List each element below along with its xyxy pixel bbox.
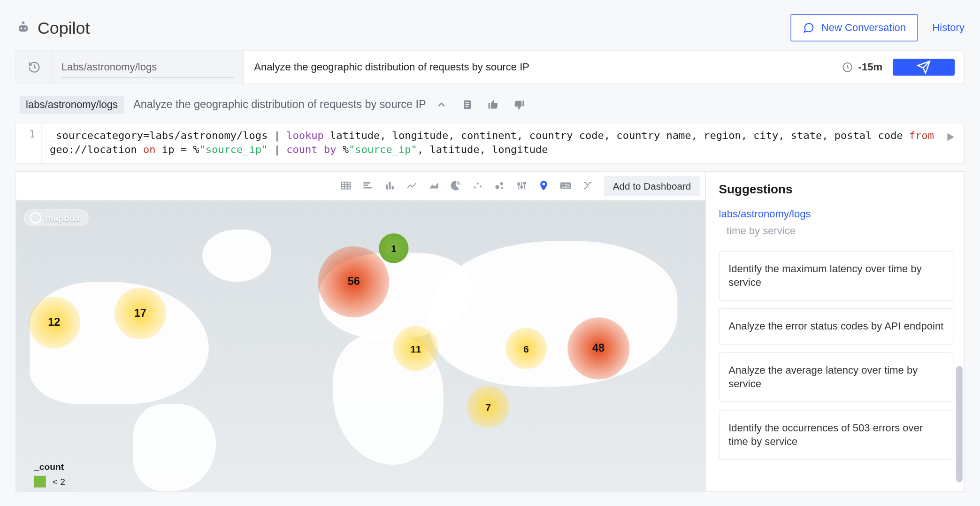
map-bubble[interactable]: 56 xyxy=(318,246,390,317)
svg-point-30 xyxy=(518,184,520,185)
map-bubble[interactable]: 17 xyxy=(115,288,166,339)
hbar-chart-icon[interactable] xyxy=(358,176,377,195)
app-header: Copilot New Conversation History xyxy=(0,0,980,50)
new-conversation-label: New Conversation xyxy=(821,22,906,34)
play-icon xyxy=(944,131,956,143)
chat-icon xyxy=(803,22,815,34)
code-content[interactable]: _sourcecategory=labs/astronomy/logs | lo… xyxy=(42,123,964,163)
scrollbar-thumb[interactable] xyxy=(956,366,963,482)
clock-history-icon xyxy=(28,61,41,74)
map-legend: _count < 2 xyxy=(28,456,74,491)
suggestions-panel: Suggestions labs/astronomy/logs time by … xyxy=(706,171,965,492)
map-visualization[interactable]: mapbox _count < 2 1561217116487 xyxy=(16,200,705,491)
pie-chart-icon[interactable] xyxy=(446,176,465,195)
svg-point-25 xyxy=(500,182,503,185)
collapse-chevron-icon[interactable] xyxy=(435,98,448,111)
svg-rect-10 xyxy=(342,182,351,189)
history-link[interactable]: History xyxy=(932,22,965,34)
bubble-chart-icon[interactable] xyxy=(490,176,509,195)
svg-rect-17 xyxy=(363,187,372,189)
svg-point-22 xyxy=(477,183,479,184)
suggestions-title: Suggestions xyxy=(719,182,954,196)
map-bubble[interactable]: 7 xyxy=(467,385,510,428)
document-icon[interactable] xyxy=(461,98,474,111)
clock-icon xyxy=(842,61,853,73)
mapbox-attribution: mapbox xyxy=(24,209,88,226)
svg-point-31 xyxy=(521,186,523,188)
line-chart-icon[interactable] xyxy=(402,176,421,195)
map-bubble[interactable]: 1 xyxy=(379,233,408,263)
svg-rect-1 xyxy=(19,25,28,32)
submit-query-button[interactable] xyxy=(893,59,955,76)
svg-point-24 xyxy=(495,185,499,189)
legend-title: _count xyxy=(34,461,65,472)
svg-rect-16 xyxy=(363,185,368,186)
visualization-panel: 123 Add to Dashboard mapbox _count xyxy=(15,171,706,492)
viz-toolbar: 123 Add to Dashboard xyxy=(16,172,705,200)
header-left: Copilot xyxy=(15,18,90,38)
map-bubble[interactable]: 6 xyxy=(505,328,547,369)
code-line-number: 1 xyxy=(16,123,42,163)
prompt-echo-text: Analyze the geographic distribution of r… xyxy=(133,98,426,111)
map-pin-icon[interactable] xyxy=(534,176,553,195)
add-to-dashboard-button[interactable]: Add to Dashboard xyxy=(604,176,700,196)
svg-rect-18 xyxy=(386,185,388,190)
time-range-picker[interactable]: -15m xyxy=(831,51,893,84)
copilot-robot-icon xyxy=(15,20,31,36)
map-bubble[interactable]: 48 xyxy=(567,318,629,380)
suggestion-item[interactable]: Analyze the average latency over time by… xyxy=(719,352,954,402)
svg-point-23 xyxy=(480,186,482,188)
source-category-input[interactable] xyxy=(61,57,234,77)
suggestion-item[interactable]: Identify the maximum latency over time b… xyxy=(719,251,954,300)
svg-point-0 xyxy=(22,21,25,24)
scatter-chart-icon[interactable] xyxy=(468,176,487,195)
sankey-icon[interactable] xyxy=(578,176,597,195)
settings-sliders-icon[interactable] xyxy=(512,176,531,195)
svg-point-3 xyxy=(24,28,26,30)
natural-language-query-input[interactable]: Analyze the geographic distribution of r… xyxy=(244,51,831,84)
svg-rect-8 xyxy=(466,106,468,107)
svg-rect-7 xyxy=(466,104,469,105)
single-value-icon[interactable]: 123 xyxy=(556,176,575,195)
suggestions-source-link[interactable]: labs/astronomy/logs xyxy=(719,208,954,220)
query-bar: Analyze the geographic distribution of r… xyxy=(15,50,965,84)
suggestion-item[interactable]: Identify the occurrences of 503 errors o… xyxy=(719,410,954,460)
send-icon xyxy=(917,60,931,74)
svg-point-21 xyxy=(474,187,476,189)
generated-query-block: 1 _sourcecategory=labs/astronomy/logs | … xyxy=(15,123,965,163)
query-bar-left xyxy=(16,51,244,84)
svg-marker-9 xyxy=(947,133,954,141)
svg-point-32 xyxy=(524,182,526,184)
svg-rect-15 xyxy=(363,182,370,184)
run-query-button[interactable] xyxy=(944,131,956,146)
landmass xyxy=(133,404,216,491)
time-range-value: -15m xyxy=(858,61,882,73)
bar-chart-icon[interactable] xyxy=(380,176,399,195)
source-input-wrap xyxy=(53,57,243,77)
prompt-action-icons xyxy=(435,98,526,111)
legend-swatch-green xyxy=(34,475,46,487)
prompt-source-tag: labs/astronomy/logs xyxy=(19,96,124,114)
thumbs-up-icon[interactable] xyxy=(487,98,500,111)
mapbox-label: mapbox xyxy=(45,213,80,223)
results-area: 123 Add to Dashboard mapbox _count xyxy=(15,171,965,492)
legend-row: < 2 xyxy=(34,475,65,487)
history-clock-button[interactable] xyxy=(16,51,52,84)
svg-text:123: 123 xyxy=(562,184,570,189)
svg-rect-6 xyxy=(466,102,469,103)
suggestion-item[interactable]: Analyze the error status codes by API en… xyxy=(719,308,954,345)
area-chart-icon[interactable] xyxy=(424,176,444,195)
svg-point-26 xyxy=(501,187,503,189)
new-conversation-button[interactable]: New Conversation xyxy=(791,14,918,41)
header-right: New Conversation History xyxy=(791,14,965,41)
landmass xyxy=(202,230,271,282)
svg-point-2 xyxy=(20,28,22,30)
thumbs-down-icon[interactable] xyxy=(513,98,526,111)
landmass xyxy=(429,241,678,386)
suggestion-item-partial[interactable]: time by service xyxy=(719,225,954,243)
legend-row-label: < 2 xyxy=(53,476,65,487)
table-view-icon[interactable] xyxy=(336,176,355,195)
map-bubble[interactable]: 12 xyxy=(28,297,80,348)
svg-rect-19 xyxy=(389,182,391,190)
suggestions-list: time by service Identify the maximum lat… xyxy=(719,225,954,491)
